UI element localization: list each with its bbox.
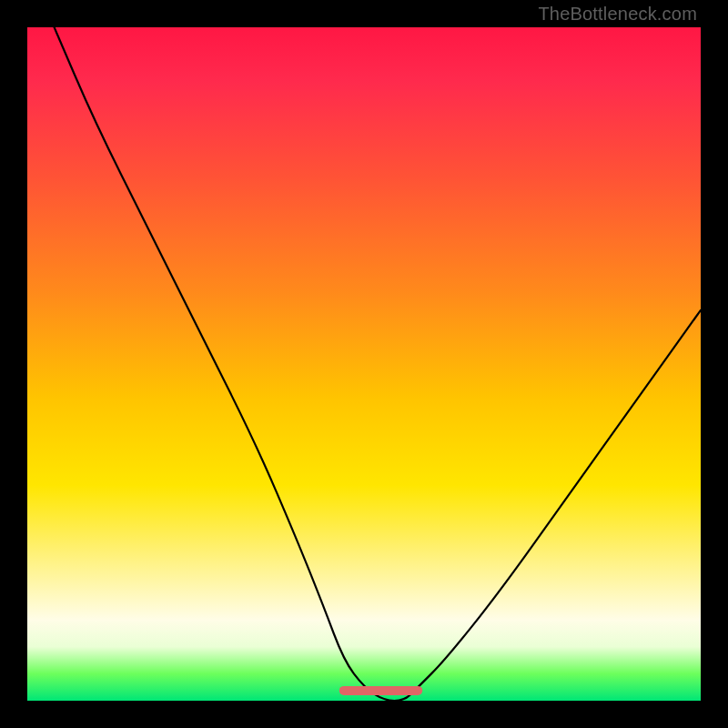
- bottleneck-curve-line: [55, 27, 701, 701]
- curve-svg: [27, 27, 701, 701]
- watermark-text: TheBottleneck.com: [538, 4, 697, 25]
- chart-plot-area: [27, 27, 701, 701]
